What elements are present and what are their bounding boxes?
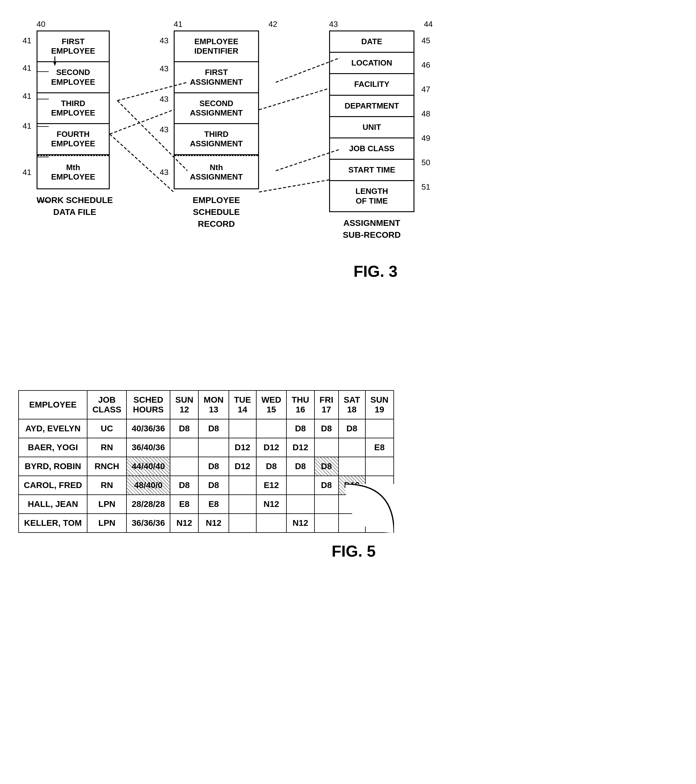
fig3-diagram: 40 41 41 41 41 41 FIRSTEMPLOYEE SECONDEM…	[18, 18, 689, 354]
cell-day	[339, 438, 365, 457]
fig5-label: FIG. 5	[332, 542, 375, 560]
cell-day: D12	[229, 438, 256, 457]
cell-day	[365, 457, 394, 476]
cell-day	[170, 457, 198, 476]
cell-day: D8	[170, 419, 198, 438]
cell-day: N12	[198, 514, 229, 532]
label-44: 44	[424, 20, 433, 29]
svg-line-8	[259, 88, 329, 110]
col-employee: EMPLOYEE	[18, 390, 87, 419]
table-row: HALL, JEAN LPN 28/28/28 E8 E8 N12	[18, 495, 394, 514]
fourth-employee-row: FOURTHEMPLOYEE	[38, 124, 109, 155]
cell-name: BYRD, ROBIN	[18, 457, 87, 476]
label-43-na: 43	[160, 168, 168, 177]
cell-class: RN	[87, 438, 127, 457]
fig3-label: FIG. 3	[354, 262, 397, 280]
asr-table: DATE LOCATION FACILITY DEPARTMENT UNIT J…	[329, 30, 415, 212]
label-51: 51	[421, 182, 430, 192]
label-50: 50	[421, 158, 430, 167]
cell-day: D12	[256, 438, 286, 457]
cell-day: D8	[170, 476, 198, 495]
col-fri17: FRI17	[314, 390, 339, 419]
cell-day: N12	[286, 514, 314, 532]
facility-row: FACILITY	[330, 74, 413, 96]
label-41-esr: 41	[174, 20, 183, 29]
third-employee-row: THIRDEMPLOYEE	[38, 93, 109, 124]
cell-day: D8	[198, 476, 229, 495]
svg-line-7	[110, 134, 174, 192]
cell-day-hatched: D12	[339, 476, 365, 495]
third-assignment-row: THIRDASSIGNMENT	[174, 124, 258, 155]
cell-day: D8	[286, 419, 314, 438]
cell-day	[365, 495, 394, 514]
first-assignment-row: FIRSTASSIGNMENT	[174, 62, 258, 93]
cell-day	[314, 438, 339, 457]
cell-day	[339, 514, 365, 532]
cell-class: LPN	[87, 514, 127, 532]
cell-day	[170, 438, 198, 457]
cell-day: E8	[170, 495, 198, 514]
label-43-ta: 43	[160, 125, 168, 134]
cell-day	[314, 514, 339, 532]
cell-day	[286, 476, 314, 495]
cell-day: D12	[286, 438, 314, 457]
cell-day: N12	[170, 514, 198, 532]
label-41b: 41	[23, 63, 31, 73]
cell-name: BAER, YOGI	[18, 438, 87, 457]
cell-class: LPN	[87, 495, 127, 514]
cell-day	[256, 419, 286, 438]
cell-day	[365, 476, 394, 495]
second-employee-row: SECONDEMPLOYEE	[38, 62, 109, 93]
cell-name: KELLER, TOM	[18, 514, 87, 532]
label-47: 47	[421, 85, 430, 94]
cell-day: D8	[314, 476, 339, 495]
table-row: CAROL, FRED RN 48/40/0 D8 D8 E12 D8 D12	[18, 476, 394, 495]
table-row: AYD, EVELYN UC 40/36/36 D8 D8 D8 D8 D8	[18, 419, 394, 438]
cell-day	[229, 419, 256, 438]
cell-day: D8	[256, 457, 286, 476]
employee-identifier-row: EMPLOYEEIDENTIFIER	[174, 31, 258, 62]
label-49: 49	[421, 133, 430, 143]
label-45: 45	[421, 36, 430, 45]
label-40: 40	[36, 20, 45, 29]
cell-class: RN	[87, 476, 127, 495]
fig5-section: EMPLOYEE JOBCLASS SCHEDHOURS SUN12 MON13…	[18, 390, 683, 534]
label-48: 48	[421, 109, 430, 119]
cell-day: E12	[256, 476, 286, 495]
table-row: KELLER, TOM LPN 36/36/36 N12 N12 N12	[18, 514, 394, 532]
esr-label: EMPLOYEESCHEDULERECORD	[174, 194, 259, 230]
cell-day	[198, 438, 229, 457]
length-of-time-row: LENGTHOF TIME	[330, 181, 413, 211]
cell-day: D8	[198, 419, 229, 438]
cell-day	[229, 514, 256, 532]
department-row: DEPARTMENT	[330, 96, 413, 117]
col-sat18: SAT18	[339, 390, 365, 419]
esr-table: EMPLOYEEIDENTIFIER FIRSTASSIGNMENT SECON…	[174, 30, 259, 189]
col-sun19: SUN19	[365, 390, 394, 419]
cell-day	[365, 514, 394, 532]
cell-day: D8	[314, 419, 339, 438]
wsdf-table: FIRSTEMPLOYEE SECONDEMPLOYEE THIRDEMPLOY…	[36, 30, 110, 189]
cell-day-hatched: D8	[314, 457, 339, 476]
label-43-fa: 43	[160, 64, 168, 74]
cell-day: E8	[365, 438, 394, 457]
cell-hours-hatched: 48/40/0	[127, 476, 170, 495]
cell-day	[286, 495, 314, 514]
cell-day	[229, 495, 256, 514]
label-41c: 41	[23, 91, 31, 101]
asr-label: ASSIGNMENTSUB-RECORD	[329, 217, 415, 241]
svg-line-9	[259, 180, 329, 192]
cell-name: CAROL, FRED	[18, 476, 87, 495]
col-thu16: THU16	[286, 390, 314, 419]
cell-day	[339, 457, 365, 476]
cell-day: N12	[256, 495, 286, 514]
table-row: BYRD, ROBIN RNCH 44/40/40 D8 D12 D8 D8 D…	[18, 457, 394, 476]
label-43-sa: 43	[160, 94, 168, 104]
label-42: 42	[268, 20, 277, 29]
mth-employee-row: MthEMPLOYEE	[38, 155, 109, 188]
cell-day	[314, 495, 339, 514]
col-tue14: TUE14	[229, 390, 256, 419]
date-row: DATE	[330, 31, 413, 53]
job-class-row: JOB CLASS	[330, 138, 413, 160]
cell-day	[229, 476, 256, 495]
